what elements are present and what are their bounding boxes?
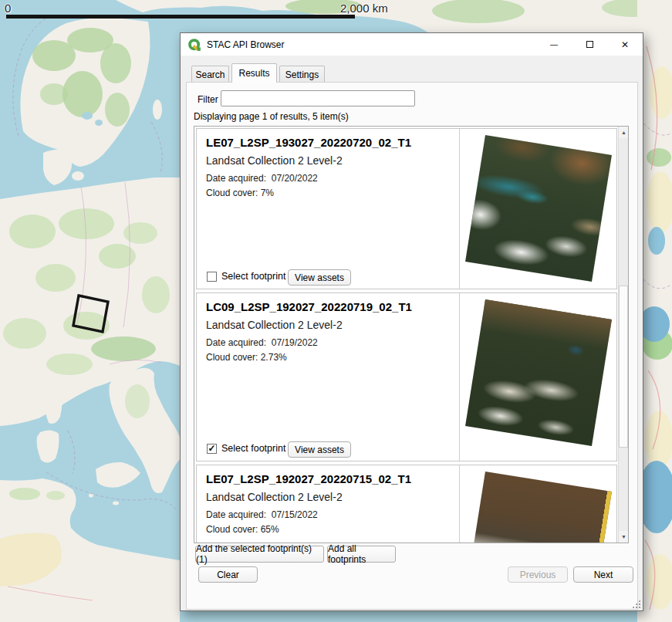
item-thumbnail [465, 135, 612, 282]
item-thumbnail-box [459, 293, 616, 461]
select-footprint-checkbox[interactable]: ✓ [207, 444, 217, 454]
results-list: LE07_L2SP_193027_20220720_02_T1 Landsat … [194, 126, 629, 543]
next-button[interactable]: Next [573, 566, 633, 583]
dialog-titlebar[interactable]: STAC API Browser — ✕ [181, 33, 643, 56]
view-assets-button[interactable]: View assets [288, 441, 351, 458]
add-all-footprints-button[interactable]: Add all footprints [327, 546, 396, 563]
item-title: LE07_L2SP_193027_20220720_02_T1 [206, 136, 411, 149]
item-date: Date acquired: 07/19/2022 [206, 337, 318, 348]
filter-input[interactable] [221, 90, 415, 106]
results-status-text: Displaying page 1 of results, 5 item(s) [194, 111, 349, 122]
checkmark-icon: ✓ [208, 445, 215, 453]
item-cloud-cover: Cloud cover: 65% [206, 524, 279, 535]
clear-button[interactable]: Clear [198, 566, 258, 583]
minimize-icon: — [550, 40, 558, 49]
tab-search-label: Search [195, 69, 225, 80]
scroll-down-icon: ▼ [621, 534, 626, 539]
scalebar-distance-label: 2,000 km [340, 2, 388, 15]
item-collection: Landsat Collection 2 Level-2 [206, 491, 343, 503]
scroll-up-button[interactable]: ▲ [619, 127, 629, 138]
item-thumbnail-box [459, 129, 616, 289]
qgis-window: 0 2,000 km STAC API Browser — ✕ [0, 0, 672, 622]
select-footprint-label: Select footprint [221, 271, 285, 282]
add-selected-footprints-button[interactable]: Add the selected footprint(s) (1) [195, 546, 324, 563]
tab-search[interactable]: Search [191, 66, 229, 83]
close-button[interactable]: ✕ [607, 33, 643, 56]
filter-label: Filter [198, 94, 218, 105]
maximize-icon [586, 41, 593, 48]
close-icon: ✕ [621, 39, 629, 50]
item-collection: Landsat Collection 2 Level-2 [206, 319, 343, 331]
select-footprint-label: Select footprint [221, 443, 285, 454]
result-card: LC09_L2SP_192027_20220719_02_T1 Landsat … [196, 292, 617, 461]
item-date: Date acquired: 07/20/2022 [206, 173, 318, 184]
item-date: Date acquired: 07/15/2022 [206, 509, 318, 520]
maximize-button[interactable] [572, 33, 607, 56]
item-title: LC09_L2SP_192027_20220719_02_T1 [206, 300, 412, 313]
scroll-up-icon: ▲ [621, 130, 626, 135]
scroll-down-button[interactable]: ▼ [619, 531, 629, 543]
item-thumbnail-box [459, 465, 616, 543]
result-card: LE07_L2SP_192027_20220715_02_T1 Landsat … [196, 465, 617, 543]
add-selected-footprints-label: Add the selected footprint(s) (1) [196, 543, 323, 565]
tab-results-label: Results [238, 68, 269, 79]
item-collection: Landsat Collection 2 Level-2 [206, 154, 343, 167]
item-cloud-cover: Cloud cover: 2.73% [206, 352, 287, 363]
tab-settings-label: Settings [285, 69, 319, 80]
minimize-button[interactable]: — [536, 33, 572, 56]
item-title: LE07_L2SP_192027_20220715_02_T1 [206, 472, 411, 485]
previous-button[interactable]: Previous [508, 566, 568, 583]
results-scrollbar[interactable]: ▲ ▼ [618, 127, 628, 543]
next-label: Next [594, 570, 613, 580]
item-thumbnail [465, 472, 612, 543]
previous-label: Previous [520, 570, 556, 580]
dialog-title: STAC API Browser [207, 39, 284, 50]
view-assets-button[interactable]: View assets [288, 269, 351, 286]
stac-api-browser-dialog: STAC API Browser — ✕ Search Results Sett… [180, 32, 643, 611]
qgis-logo-icon [187, 38, 201, 52]
clear-label: Clear [217, 570, 239, 580]
scalebar-zero-label: 0 [5, 2, 11, 15]
item-thumbnail [465, 299, 612, 446]
scalebar [6, 15, 355, 19]
result-card: LE07_L2SP_193027_20220720_02_T1 Landsat … [196, 128, 617, 289]
scrollbar-thumb[interactable] [619, 286, 628, 448]
tab-results[interactable]: Results [231, 63, 277, 83]
tab-settings[interactable]: Settings [279, 66, 325, 83]
item-cloud-cover: Cloud cover: 7% [206, 188, 274, 198]
view-assets-label: View assets [295, 272, 344, 283]
select-footprint-checkbox[interactable] [207, 272, 217, 282]
view-assets-label: View assets [295, 445, 344, 455]
add-all-footprints-label: Add all footprints [328, 543, 395, 565]
